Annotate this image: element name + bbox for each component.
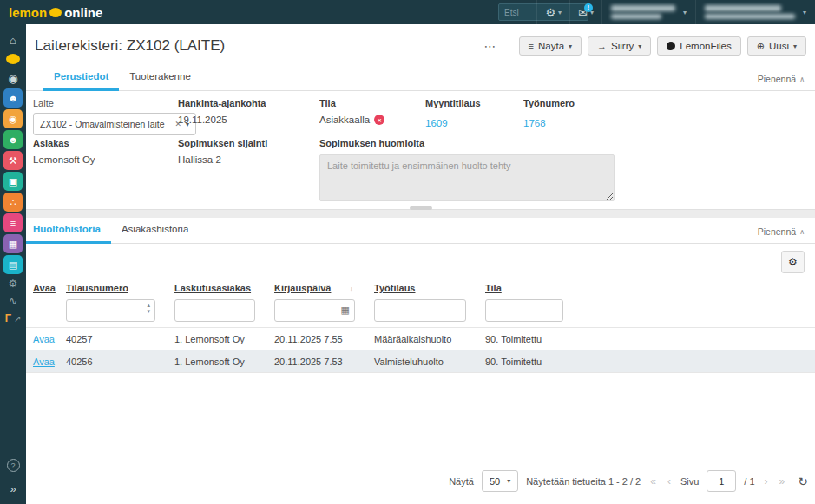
chevron-up-icon: ∧ xyxy=(799,75,805,83)
messages-menu-button[interactable]: ✉! ▾ xyxy=(569,0,601,24)
trend-chart-icon[interactable]: ∿ xyxy=(9,292,17,310)
column-header-tilausnumero[interactable]: Tilausnumero xyxy=(66,283,128,293)
production-icon[interactable]: ⚒ xyxy=(3,151,23,170)
logo-text-online: online xyxy=(64,5,102,20)
user-menu-button[interactable]: ▾ xyxy=(695,0,815,24)
status-line: Asiakkaalla ✕ xyxy=(319,115,384,125)
page-size-label: Näytä xyxy=(449,476,474,487)
column-header-tyotilaus[interactable]: Työtilaus xyxy=(374,283,415,293)
cell-tilausnumero: 40257 xyxy=(59,328,168,350)
goto-button[interactable]: → Siirry ▾ xyxy=(588,36,651,56)
lemonfiles-button-label: LemonFiles xyxy=(680,41,731,51)
new-button-label: Uusi xyxy=(769,41,789,51)
history-tabs: Huoltohistoria Asiakashistoria Pienennä … xyxy=(26,218,815,244)
field-label: Laite xyxy=(33,98,196,108)
next-page-button[interactable]: › xyxy=(763,475,770,488)
refresh-icon[interactable]: ↻ xyxy=(798,475,808,488)
logistics-truck-icon[interactable]: ▣ xyxy=(3,172,23,191)
gear-icon: ⚙ xyxy=(545,7,555,18)
show-button[interactable]: ≡ Näytä ▾ xyxy=(519,36,582,56)
field-myyntitilaus: Myyntitilaus 1609 xyxy=(425,98,481,130)
gears-icon[interactable]: ⚙ xyxy=(9,275,18,292)
field-label: Hankinta-ajankohta xyxy=(178,98,266,108)
page-size-select[interactable]: 50 ▾ xyxy=(482,470,518,492)
open-row-link[interactable]: Avaa xyxy=(33,334,55,344)
column-header-laskutusasiakas[interactable]: Laskutusasiakas xyxy=(174,283,251,293)
collapse-history-panel[interactable]: Pienennä ∧ xyxy=(758,226,805,237)
field-label: Asiakas xyxy=(33,138,95,148)
crm-people-icon[interactable]: ☻ xyxy=(3,88,23,108)
page-label: Sivu xyxy=(680,476,699,487)
network-icon[interactable]: ∴ xyxy=(3,193,23,212)
status-value: Asiakkaalla xyxy=(319,115,370,125)
tab-tuoterakenne[interactable]: Tuoterakenne xyxy=(119,71,201,91)
laite-select[interactable]: ZX102 - Omavalmisteinen laite ✕ ▾ xyxy=(33,113,196,135)
record-icon[interactable]: ◉ xyxy=(8,69,17,88)
collapse-basic-panel[interactable]: Pienennä ∧ xyxy=(758,74,805,84)
current-page-input[interactable] xyxy=(707,470,736,492)
help-icon[interactable]: ? xyxy=(7,459,20,472)
hr-people-icon[interactable]: ☻ xyxy=(3,130,23,149)
chevron-down-icon: ▾ xyxy=(569,43,572,50)
tab-perustiedot[interactable]: Perustiedot xyxy=(43,71,119,91)
table-row[interactable]: Avaa 40256 1. Lemonsoft Oy 20.11.2025 7.… xyxy=(26,350,815,373)
mail-icon: ✉! xyxy=(578,7,588,18)
notes-textarea[interactable]: Laite toimitettu ja ensimmäinen huolto t… xyxy=(319,154,615,201)
open-row-link[interactable]: Avaa xyxy=(33,357,55,367)
expand-sidebar-icon[interactable]: » xyxy=(10,482,16,495)
home-icon[interactable]: ⌂ xyxy=(10,30,16,49)
boxes-icon[interactable]: ▦ xyxy=(3,234,23,253)
column-header-tila[interactable]: Tila xyxy=(485,283,502,293)
chevron-down-icon: ▾ xyxy=(683,9,687,16)
list-icon: ≡ xyxy=(529,42,534,51)
filter-tilausnumero-input[interactable] xyxy=(66,299,155,322)
more-button[interactable]: ⋯ xyxy=(477,37,504,55)
cell-kirjauspaiva: 20.11.2025 7.55 xyxy=(267,328,367,350)
last-page-button[interactable]: » xyxy=(778,475,787,488)
main-content: Laiterekisteri: ZX102 (LAITE) ⋯ ≡ Näytä … xyxy=(26,24,815,504)
filter-laskutusasiakas-input[interactable] xyxy=(174,299,255,322)
company-menu-button[interactable]: ▾ xyxy=(601,0,695,24)
header-row: Avaa Tilausnumero Laskutusasiakas Kirjau… xyxy=(26,278,815,298)
notification-badge: ! xyxy=(584,3,593,12)
tab-asiakashistoria[interactable]: Asiakashistoria xyxy=(111,224,199,244)
calendar-icon[interactable]: ▦ xyxy=(341,304,350,316)
partner-logo-icon: Γ xyxy=(5,312,11,324)
tab-huoltohistoria[interactable]: Huoltohistoria xyxy=(26,224,111,244)
redacted-company-name xyxy=(611,5,675,19)
cell-laskutusasiakas: 1. Lemonsoft Oy xyxy=(168,350,267,373)
filter-tila-input[interactable] xyxy=(485,299,563,322)
table-settings-button[interactable]: ⚙ xyxy=(781,251,805,273)
field-asiakas: Asiakas Lemonsoft Oy xyxy=(33,138,95,165)
drag-handle-icon[interactable] xyxy=(410,206,432,210)
page-header: Laiterekisteri: ZX102 (LAITE) ⋯ ≡ Näytä … xyxy=(26,24,815,68)
list-module-icon[interactable]: ≡ xyxy=(3,213,23,232)
column-header-kirjauspaiva[interactable]: Kirjauspäivä xyxy=(274,283,331,293)
basic-form: Laite ZX102 - Omavalmisteinen laite ✕ ▾ … xyxy=(26,91,815,209)
filter-tyotilaus-input[interactable] xyxy=(374,299,466,322)
fingerprint-icon[interactable]: ◉ xyxy=(3,109,23,128)
field-value: Lemonsoft Oy xyxy=(33,154,95,165)
tyonumero-link[interactable]: 1768 xyxy=(523,118,546,128)
page-size-value: 50 xyxy=(490,476,500,487)
chevron-down-icon: ▾ xyxy=(803,9,806,16)
lemon-icon[interactable] xyxy=(6,54,20,64)
total-pages: / 1 xyxy=(744,476,754,487)
records-info: Näytetään tietueita 1 - 2 / 2 xyxy=(526,476,641,487)
column-header-avaa[interactable]: Avaa xyxy=(33,283,56,293)
external-app-link[interactable]: Γ ↗ xyxy=(5,310,22,327)
new-button[interactable]: ⊕ Uusi ▾ xyxy=(747,36,806,56)
first-page-button[interactable]: « xyxy=(648,475,658,488)
lemonfiles-button[interactable]: LemonFiles xyxy=(657,36,740,56)
number-spinner[interactable]: ▴▾ xyxy=(147,302,150,314)
lemonfiles-icon xyxy=(667,42,675,50)
external-link-icon: ↗ xyxy=(14,314,21,324)
settings-menu-button[interactable]: ⚙ ▾ xyxy=(536,0,569,24)
field-sijainti: Sopimuksen sijainti Hallissa 2 xyxy=(178,138,267,165)
myyntitilaus-link[interactable]: 1609 xyxy=(425,118,448,128)
app-logo[interactable]: lemon online xyxy=(9,5,102,20)
board-icon[interactable]: ▤ xyxy=(3,255,23,274)
table-row[interactable]: Avaa 40257 1. Lemonsoft Oy 20.11.2025 7.… xyxy=(26,328,815,350)
prev-page-button[interactable]: ‹ xyxy=(666,475,673,488)
panel-splitter[interactable] xyxy=(26,209,815,218)
